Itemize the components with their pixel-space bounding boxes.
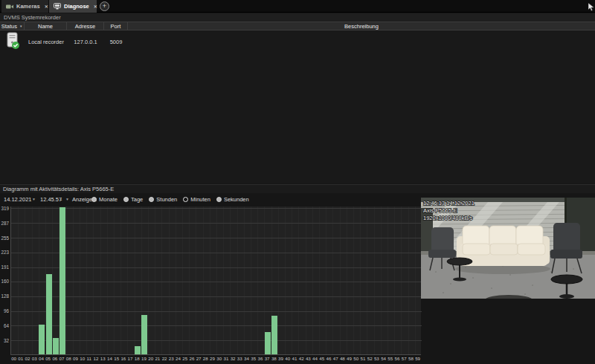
x-tick-label: 16 [120,356,126,361]
x-tick-label: 44 [312,356,318,361]
column-header-port[interactable]: Port [104,22,128,30]
tab-kameras-label: Kameras [16,3,40,10]
y-tick-label: 319 [0,206,9,211]
chart-bar [271,316,277,354]
radio-circle-icon[interactable] [183,197,188,202]
x-tick-label: 17 [126,356,133,361]
radio-label: Monate [99,196,118,203]
y-tick-label: 64 [0,323,9,328]
x-tick-label: 14 [106,356,113,361]
radio-circle-icon[interactable] [91,197,97,202]
x-tick-label: 46 [325,356,332,361]
x-tick-label: 56 [393,356,400,361]
x-tick-label: 40 [284,356,291,361]
x-tick-label: 42 [298,356,305,361]
column-header-adresse[interactable]: Adresse [67,22,104,30]
x-tick-label: 15 [113,356,120,361]
camera-overlay-model: Axis P5665-E [423,207,457,214]
interval-radio-group: MonateTageStundenMinutenSekunden [91,193,249,206]
x-tick-label: 59 [414,356,421,361]
new-tab-button[interactable]: + [100,1,109,11]
monitor-icon [54,3,61,10]
camera-preview[interactable]: 12:46:13 14.12.2021 Axis P5665-E 1920x10… [421,198,595,299]
x-tick-label: 43 [305,356,312,361]
column-header-name[interactable]: Name [25,22,67,30]
recorder-port: 5009 [104,39,128,45]
x-tick-label: 47 [332,356,339,361]
close-icon[interactable]: ✕ [45,4,48,9]
camera-overlay-timestamp: 12:46:13 14.12.2021 [423,200,475,207]
y-tick-label: 32 [0,338,9,343]
x-tick-label: 38 [271,356,277,361]
gridline [11,208,422,209]
radio-circle-icon[interactable] [123,197,129,202]
chart-bar [53,338,59,354]
gridline [11,282,422,282]
tab-diagnose[interactable]: Diagnose ✕ [49,0,97,13]
radio-sekunden[interactable]: Sekunden [216,196,249,203]
x-tick-label: 00 [10,356,17,361]
radio-monate[interactable]: Monate [91,196,118,203]
camera-overlay-resolution: 1920x1080/488kB/s [423,215,473,221]
x-tick-label: 37 [264,356,271,361]
recorder-table-body: Local recorder 127.0.0.1 5009 [0,30,595,183]
x-tick-label: 57 [401,356,408,361]
table-header: Status ▼ Name Adresse Port Beschreibung [0,22,595,30]
status-cell [0,32,25,51]
date-picker[interactable]: 14.12.2021 [4,193,32,206]
x-tick-label: 02 [24,356,30,361]
chart-bar [135,346,141,354]
y-tick-label: 287 [0,221,9,226]
radio-label: Sekunden [224,196,249,203]
x-tick-label: 20 [147,356,154,361]
tab-bar: Kameras ✕ Diagnose ✕ + [0,0,595,13]
chart-bar [46,274,52,354]
recorder-name: Local recorder [25,39,67,45]
radio-circle-icon[interactable] [216,197,222,202]
y-tick-label: 255 [0,235,9,241]
x-tick-label: 54 [380,356,387,361]
x-tick-label: 08 [65,356,72,361]
radio-tage[interactable]: Tage [123,196,143,203]
y-tick-label: 96 [0,308,9,313]
diagram-title: Diagramm mit Aktivitätsdetails: Axis P56… [0,184,595,193]
x-tick-label: 23 [168,356,175,361]
x-tick-label: 41 [291,356,298,361]
chevron-down-icon[interactable]: ▼ [32,193,36,206]
x-tick-label: 03 [31,356,38,361]
spin-up-icon[interactable]: ▲ [60,198,62,201]
chevron-down-icon[interactable]: ▼ [65,193,69,206]
gridline [11,238,422,238]
x-tick-label: 24 [175,356,181,361]
chart-bar [60,207,65,354]
x-tick-label: 07 [58,356,65,361]
gridline [11,223,422,224]
tab-kameras[interactable]: Kameras ✕ [1,0,48,13]
x-tick-label: 01 [17,356,24,361]
column-header-status[interactable]: Status ▼ [0,22,25,30]
x-tick-label: 04 [38,356,45,361]
x-tick-label: 11 [86,356,92,361]
gridline [11,340,422,341]
time-spinner[interactable]: ▲ ▼ [60,193,62,206]
x-tick-label: 06 [51,356,58,361]
time-picker[interactable]: 12.45.57 [40,193,62,206]
app-window: Kameras ✕ Diagnose ✕ + DVMS Systemrekord… [0,0,595,364]
table-row[interactable]: Local recorder 127.0.0.1 5009 [0,30,595,53]
x-tick-label: 32 [230,356,237,361]
recorder-ok-icon [5,32,20,51]
x-tick-label: 25 [181,356,188,361]
radio-circle-icon[interactable] [149,197,154,202]
radio-stunden[interactable]: Stunden [149,196,177,203]
gridline [11,296,422,297]
radio-label: Stunden [156,196,177,203]
x-tick-label: 39 [277,356,284,361]
x-tick-label: 34 [243,356,250,361]
column-header-beschreibung[interactable]: Beschreibung [128,22,595,30]
radio-label: Minuten [190,196,210,203]
radio-minuten[interactable]: Minuten [183,196,210,203]
chart-x-axis: 0001020304050607080910111213141516171819… [10,356,421,361]
x-tick-label: 10 [79,356,86,361]
close-icon[interactable]: ✕ [94,4,97,9]
sort-caret-icon: ▼ [19,25,22,28]
